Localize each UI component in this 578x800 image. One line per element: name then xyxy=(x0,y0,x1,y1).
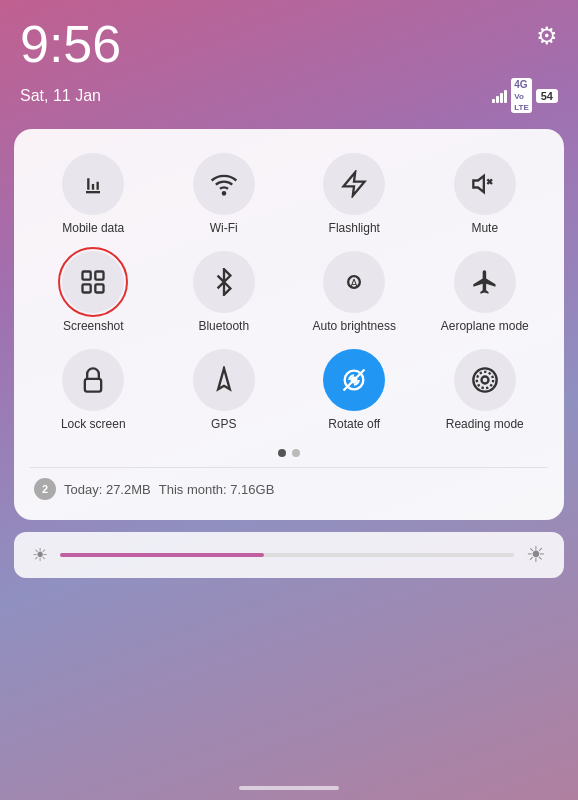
tile-wifi[interactable]: Wi-Fi xyxy=(161,149,288,239)
mute-icon xyxy=(454,153,516,215)
quick-settings-panel: Mobile dataWi-FiFlashlightMuteScreenshot… xyxy=(14,129,564,520)
tile-rotate-off[interactable]: Rotate off xyxy=(291,345,418,435)
network-badge: 4GVoLTE xyxy=(511,78,532,113)
gps-icon xyxy=(193,349,255,411)
data-month: This month: 7.16GB xyxy=(159,482,275,497)
svg-rect-3 xyxy=(96,272,104,280)
svg-rect-4 xyxy=(83,284,91,292)
wifi-label: Wi-Fi xyxy=(210,221,238,235)
screenshot-icon xyxy=(62,251,124,313)
dot-2 xyxy=(292,449,300,457)
tile-aeroplane[interactable]: Aeroplane mode xyxy=(422,247,549,337)
signal-bars-icon xyxy=(492,89,507,103)
tile-mobile-data[interactable]: Mobile data xyxy=(30,149,157,239)
reading-mode-icon xyxy=(454,349,516,411)
tile-reading-mode[interactable]: Reading mode xyxy=(422,345,549,435)
svg-rect-2 xyxy=(83,272,91,280)
svg-text:A: A xyxy=(351,277,358,289)
tile-auto-brightness[interactable]: AAuto brightness xyxy=(291,247,418,337)
battery-badge: 54 xyxy=(536,89,558,103)
aeroplane-icon xyxy=(454,251,516,313)
flashlight-label: Flashlight xyxy=(329,221,380,235)
date-signal-row: Sat, 11 Jan 4GVoLTE 54 xyxy=(0,76,578,123)
mute-label: Mute xyxy=(471,221,498,235)
tile-flashlight[interactable]: Flashlight xyxy=(291,149,418,239)
bluetooth-icon xyxy=(193,251,255,313)
brightness-control[interactable]: ☀ ☀ xyxy=(14,532,564,578)
page-indicators xyxy=(30,449,548,457)
svg-point-12 xyxy=(481,377,488,384)
mobile-data-icon xyxy=(62,153,124,215)
settings-icon[interactable]: ⚙ xyxy=(536,22,558,50)
brightness-fill xyxy=(60,553,264,557)
date-text: Sat, 11 Jan xyxy=(20,87,101,105)
flashlight-icon xyxy=(323,153,385,215)
auto-brightness-label: Auto brightness xyxy=(313,319,396,333)
brightness-track[interactable] xyxy=(60,553,514,557)
data-badge: 2 xyxy=(34,478,56,500)
tile-gps[interactable]: GPS xyxy=(161,345,288,435)
data-today: Today: 27.2MB xyxy=(64,482,151,497)
svg-marker-1 xyxy=(344,172,365,195)
tile-lock-screen[interactable]: Lock screen xyxy=(30,345,157,435)
signal-area: 4GVoLTE 54 xyxy=(492,78,558,113)
mobile-data-label: Mobile data xyxy=(62,221,124,235)
dot-1 xyxy=(278,449,286,457)
screenshot-label: Screenshot xyxy=(63,319,124,333)
gps-label: GPS xyxy=(211,417,236,431)
rotate-off-icon xyxy=(323,349,385,411)
data-usage-row: 2 Today: 27.2MB This month: 7.16GB xyxy=(30,467,548,504)
wifi-icon xyxy=(193,153,255,215)
svg-rect-8 xyxy=(85,379,101,392)
lock-screen-icon xyxy=(62,349,124,411)
tile-screenshot[interactable]: Screenshot xyxy=(30,247,157,337)
svg-point-13 xyxy=(477,372,493,388)
home-indicator[interactable] xyxy=(239,786,339,790)
rotate-off-label: Rotate off xyxy=(328,417,380,431)
svg-rect-5 xyxy=(96,284,104,292)
svg-point-0 xyxy=(223,192,225,194)
tile-mute[interactable]: Mute xyxy=(422,149,549,239)
aeroplane-label: Aeroplane mode xyxy=(441,319,529,333)
lock-screen-label: Lock screen xyxy=(61,417,126,431)
tiles-grid: Mobile dataWi-FiFlashlightMuteScreenshot… xyxy=(30,149,548,435)
brightness-low-icon: ☀ xyxy=(32,544,48,566)
brightness-high-icon: ☀ xyxy=(526,542,546,568)
auto-brightness-icon: A xyxy=(323,251,385,313)
clock: 9:56 xyxy=(20,18,121,70)
tile-bluetooth[interactable]: Bluetooth xyxy=(161,247,288,337)
bluetooth-label: Bluetooth xyxy=(198,319,249,333)
status-bar: 9:56 ⚙ xyxy=(0,0,578,76)
reading-mode-label: Reading mode xyxy=(446,417,524,431)
